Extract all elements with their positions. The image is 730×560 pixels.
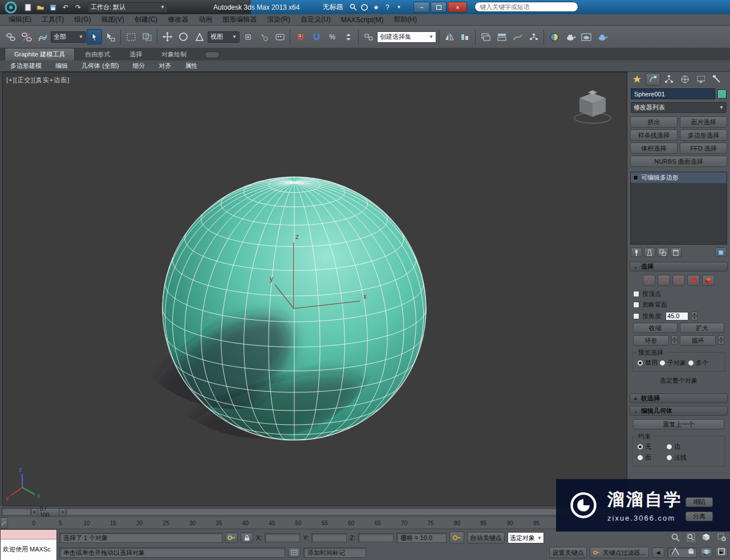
graphite-ribbon-toggle-icon[interactable]: [494, 29, 509, 44]
schematic-view-icon[interactable]: [526, 29, 541, 44]
rendered-frame-window-icon[interactable]: [578, 29, 594, 44]
select-and-link-icon[interactable]: [3, 29, 18, 44]
border-mode-icon[interactable]: [672, 275, 685, 286]
angle-snap-icon[interactable]: [309, 29, 324, 44]
reference-coordinate-dropdown[interactable]: 视图▼: [208, 31, 240, 43]
ribbon-panel-button[interactable]: 细分: [127, 60, 151, 71]
menu-item[interactable]: 创建(C): [129, 14, 163, 26]
zoom-region-icon[interactable]: [714, 530, 729, 544]
remove-modifier-icon[interactable]: [670, 247, 682, 257]
time-slider-handle[interactable]: < 0 / 100 >: [30, 508, 67, 516]
loop-spinner[interactable]: ▲▼: [718, 335, 724, 346]
keyboard-shortcut-override-icon[interactable]: [272, 29, 287, 44]
configure-modifier-sets-icon[interactable]: [715, 247, 727, 257]
preview-subobject-radio[interactable]: [659, 360, 666, 366]
show-end-result-icon[interactable]: [644, 247, 655, 257]
use-pivot-center-icon[interactable]: [240, 29, 256, 44]
window-crossing-icon[interactable]: [139, 29, 155, 44]
menu-item[interactable]: 动画: [193, 14, 217, 26]
search-icon[interactable]: [347, 2, 359, 13]
create-tab-icon[interactable]: [630, 73, 644, 86]
select-and-scale-icon[interactable]: [192, 29, 207, 44]
edge-mode-icon[interactable]: [658, 275, 670, 286]
field-of-view-icon[interactable]: [668, 545, 683, 558]
menu-item[interactable]: 工具(T): [36, 14, 69, 26]
modifier-button[interactable]: FFD 选择: [680, 143, 727, 154]
time-slider-track[interactable]: < 0 / 100 >: [1, 508, 626, 516]
orbit-view-icon[interactable]: [699, 545, 713, 558]
zoom-extents-icon[interactable]: [699, 530, 713, 544]
modifier-button[interactable]: 样条线选择: [630, 129, 678, 141]
time-configuration-key-icon[interactable]: [449, 531, 464, 544]
element-mode-icon[interactable]: [702, 275, 715, 286]
ribbon-tab-graphite[interactable]: Graphite 建模工具: [5, 48, 75, 60]
menu-item[interactable]: 视图(V): [96, 14, 129, 26]
rectangular-selection-region-icon[interactable]: [123, 29, 139, 44]
utilities-tab-icon[interactable]: [709, 73, 724, 86]
maximize-viewport-toggle-icon[interactable]: [714, 545, 729, 558]
constraint-normal-radio[interactable]: [666, 455, 672, 461]
favorites-star-icon[interactable]: ★: [370, 2, 382, 13]
open-file-icon[interactable]: [34, 2, 47, 13]
communication-center-icon[interactable]: [359, 2, 370, 13]
ribbon-panel-button[interactable]: 对齐: [153, 60, 177, 71]
by-vertex-checkbox[interactable]: [633, 291, 639, 297]
menu-item[interactable]: 帮助(H): [388, 14, 422, 26]
open-mini-curve-editor-button[interactable]: [0, 517, 8, 529]
constraint-face-radio[interactable]: [637, 455, 643, 461]
edit-geometry-rollout-header[interactable]: - 编辑几何体: [630, 406, 728, 416]
minimize-button[interactable]: −: [413, 2, 429, 13]
auto-key-button[interactable]: 自动关键点: [467, 532, 505, 543]
undo-icon[interactable]: ↶: [59, 2, 72, 13]
modifier-button[interactable]: 面片选择: [680, 116, 727, 128]
display-tab-icon[interactable]: [694, 73, 708, 86]
constraint-edge-radio[interactable]: [666, 444, 672, 450]
ribbon-tab-object-paint[interactable]: 对象绘制: [152, 48, 196, 60]
x-coordinate-input[interactable]: [265, 533, 300, 542]
menu-item[interactable]: 图形编辑器: [217, 14, 262, 26]
selection-filter-dropdown[interactable]: 全部▼: [51, 31, 86, 43]
pan-view-icon[interactable]: [683, 545, 698, 558]
layer-manager-icon[interactable]: [478, 29, 493, 44]
maximize-button[interactable]: [431, 2, 447, 13]
snaps-toggle-icon[interactable]: 3: [293, 29, 308, 44]
unlink-selection-icon[interactable]: [19, 29, 34, 44]
by-angle-checkbox[interactable]: [633, 313, 639, 319]
collapse-button[interactable]: 塌陷: [686, 497, 713, 507]
menu-item[interactable]: 修改器: [163, 14, 193, 26]
menu-item[interactable]: 渲染(R): [262, 14, 295, 26]
repeat-last-button[interactable]: 重复上一个: [633, 419, 724, 429]
next-frame-icon[interactable]: >: [59, 508, 66, 516]
go-to-previous-key-icon[interactable]: ◀: [652, 547, 664, 558]
material-editor-icon[interactable]: [546, 29, 562, 44]
ring-button[interactable]: 环形: [633, 335, 669, 346]
object-color-swatch[interactable]: [717, 90, 727, 99]
pin-stack-icon[interactable]: [631, 247, 642, 257]
ribbon-minimize-toggle-icon[interactable]: [205, 51, 220, 58]
modifier-button[interactable]: 挤出: [630, 116, 678, 128]
curve-editor-icon[interactable]: [510, 29, 525, 44]
zoom-all-icon[interactable]: [683, 530, 698, 544]
mirror-icon[interactable]: [441, 29, 457, 44]
modifier-button[interactable]: NURBS 曲面选择: [630, 156, 727, 167]
ribbon-panel-button[interactable]: 编辑: [50, 60, 74, 71]
preview-multiple-radio[interactable]: [688, 360, 694, 366]
redo-icon[interactable]: ↷: [72, 2, 84, 13]
vertex-mode-icon[interactable]: [643, 275, 655, 286]
max-logo[interactable]: [0, 0, 22, 14]
select-and-manipulate-icon[interactable]: [256, 29, 271, 44]
isolate-key-icon[interactable]: [225, 533, 238, 543]
loop-button[interactable]: 循环: [680, 335, 716, 346]
ribbon-panel-button[interactable]: 属性: [179, 60, 203, 71]
ring-spinner[interactable]: ▲▼: [671, 335, 678, 346]
modify-tab-icon[interactable]: [646, 73, 660, 86]
select-object-icon[interactable]: [87, 29, 102, 44]
bind-to-space-warp-icon[interactable]: [35, 29, 50, 44]
align-icon[interactable]: [457, 29, 473, 44]
selection-lock-icon[interactable]: [241, 533, 253, 543]
spinner-snap-icon[interactable]: [340, 29, 356, 44]
new-scene-icon[interactable]: [22, 2, 34, 13]
ribbon-panel-button[interactable]: 多边形建模: [5, 60, 47, 71]
key-filters-button[interactable]: 关键点过滤器...: [590, 547, 649, 558]
detach-button[interactable]: 分离: [686, 512, 713, 521]
